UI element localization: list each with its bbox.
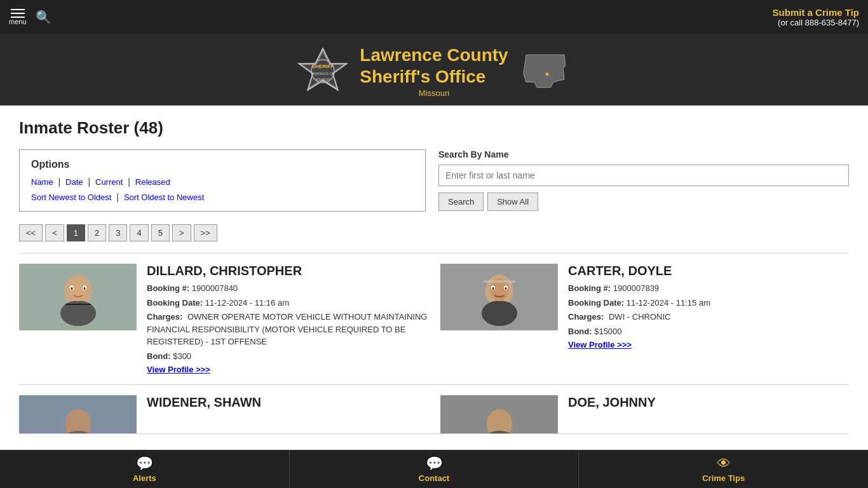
link-released[interactable]: Released [135, 177, 170, 187]
svg-point-24 [65, 409, 91, 435]
site-header: SHERIFF LAWRENCE CO MISSOURI Lawrence Co… [0, 34, 868, 105]
inmate-name-carter: CARTER, DOYLE [568, 264, 849, 278]
page-last[interactable]: >> [194, 224, 217, 241]
menu-button[interactable]: menu [9, 9, 27, 25]
inmate-info-dillard: DILLARD, CHRISTOPHER Booking #: 19000078… [147, 264, 428, 374]
page-5[interactable]: 5 [151, 224, 170, 241]
booking-num-carter: Booking #: 1900007839 [568, 282, 849, 295]
page-3[interactable]: 3 [109, 224, 127, 241]
sort-oldest-link[interactable]: Sort Oldest to Newest [124, 193, 204, 202]
inmate-info-widener: WIDENER, SHAWN [147, 395, 428, 423]
inmate-info-carter: CARTER, DOYLE Booking #: 1900007839 Book… [568, 264, 849, 374]
inmate-name-doe: DOE, JOHNNY [568, 395, 849, 410]
inmate-name-dillard: DILLARD, CHRISTOPHER [147, 264, 428, 278]
booking-date-dillard: Booking Date: 11-12-2024 - 11:16 am [147, 297, 428, 309]
options-search-row: Options Name | Date | Current | Released… [19, 149, 849, 212]
bond-carter: Bond: $15000 [568, 325, 849, 338]
inmate-card-doe: DOE, JOHNNY [440, 395, 849, 423]
mugshot-widener [19, 395, 137, 434]
search-box: Search By Name Search Show All [438, 149, 849, 211]
svg-rect-15 [65, 304, 91, 305]
nav-left: menu 🔍 [9, 9, 51, 25]
options-box: Options Name | Date | Current | Released… [19, 149, 426, 212]
link-current[interactable]: Current [95, 177, 123, 187]
page-first[interactable]: << [19, 224, 43, 241]
search-icon[interactable]: 🔍 [36, 10, 51, 25]
booking-date-carter: Booking Date: 11-12-2024 - 11:15 am [568, 297, 849, 309]
page-1[interactable]: 1 [67, 224, 85, 241]
svg-point-21 [492, 287, 494, 290]
sort-newest-link[interactable]: Sort Newest to Oldest [31, 193, 111, 202]
svg-point-13 [71, 287, 72, 290]
booking-num-dillard: Booking #: 1900007840 [147, 282, 428, 295]
svg-point-27 [482, 431, 517, 435]
inmate-row-pair-2: WIDENER, SHAWN DOE, JOHNNY [19, 384, 849, 434]
phone-text: (or call 888-635-8477) [773, 18, 859, 27]
logo-wrap: SHERIFF LAWRENCE CO MISSOURI Lawrence Co… [297, 44, 570, 98]
svg-marker-6 [523, 55, 565, 87]
link-name[interactable]: Name [31, 177, 53, 187]
page-next[interactable]: > [172, 224, 191, 241]
search-button[interactable]: Search [438, 193, 484, 211]
svg-point-14 [83, 287, 85, 290]
svg-rect-7 [546, 73, 548, 76]
svg-point-17 [482, 301, 517, 326]
org-state: Missouri [360, 88, 508, 98]
sheriff-badge-icon: SHERIFF LAWRENCE CO MISSOURI [297, 46, 348, 97]
svg-rect-23 [484, 280, 515, 283]
inmate-name-widener: WIDENER, SHAWN [147, 395, 428, 410]
org-name-line1: Lawrence County Sheriff's Office [360, 44, 508, 87]
search-input[interactable] [438, 165, 849, 186]
options-links: Name | Date | Current | Released [31, 177, 414, 187]
page-title: Inmate Roster (48) [19, 118, 849, 138]
inmate-info-doe: DOE, JOHNNY [568, 395, 849, 423]
crime-tip-link[interactable]: Submit a Crime Tip [773, 7, 859, 18]
top-navigation: menu 🔍 Submit a Crime Tip (or call 888-6… [0, 0, 868, 34]
page-prev[interactable]: < [45, 224, 64, 241]
mugshot-doe [440, 395, 558, 434]
charges-dillard: Charges: OWNER OPERATE MOTOR VEHICLE WIT… [147, 311, 428, 348]
menu-label: menu [9, 18, 27, 25]
page-2[interactable]: 2 [88, 224, 106, 241]
svg-text:MISSOURI: MISSOURI [316, 78, 330, 81]
search-buttons: Search Show All [438, 193, 849, 211]
inmate-card-carter: CARTER, DOYLE Booking #: 1900007839 Book… [440, 264, 849, 374]
view-profile-dillard[interactable]: View Profile >>> [147, 365, 210, 374]
crime-tip-section: Submit a Crime Tip (or call 888-635-8477… [773, 7, 859, 27]
pagination: << < 1 2 3 4 5 > >> [19, 224, 849, 241]
sort-links: Sort Newest to Oldest | Sort Oldest to N… [31, 192, 414, 202]
options-heading: Options [31, 159, 414, 170]
search-label: Search By Name [438, 149, 849, 159]
svg-point-22 [505, 287, 506, 290]
svg-point-26 [487, 409, 512, 435]
svg-text:SHERIFF: SHERIFF [312, 64, 334, 69]
show-all-button[interactable]: Show All [487, 193, 538, 211]
inmate-row-pair-1: DILLARD, CHRISTOPHER Booking #: 19000078… [19, 253, 849, 384]
charges-carter: Charges: DWI - CHRONIC [568, 311, 849, 323]
mugshot-dillard [19, 264, 137, 330]
link-date[interactable]: Date [65, 177, 83, 187]
main-content: Inmate Roster (48) Options Name | Date |… [0, 105, 868, 447]
logo-text: Lawrence County Sheriff's Office Missour… [360, 44, 508, 98]
page-4[interactable]: 4 [130, 224, 148, 241]
missouri-map-icon [520, 52, 571, 90]
bond-dillard: Bond: $300 [147, 350, 428, 363]
mugshot-carter [440, 264, 558, 330]
inmate-card-dillard: DILLARD, CHRISTOPHER Booking #: 19000078… [19, 264, 428, 374]
inmate-card-widener: WIDENER, SHAWN [19, 395, 428, 423]
view-profile-carter[interactable]: View Profile >>> [568, 340, 632, 349]
inmate-grid: DILLARD, CHRISTOPHER Booking #: 19000078… [19, 253, 849, 434]
svg-point-25 [60, 431, 96, 435]
svg-text:LAWRENCE CO: LAWRENCE CO [311, 72, 335, 76]
hamburger-icon [11, 9, 25, 18]
